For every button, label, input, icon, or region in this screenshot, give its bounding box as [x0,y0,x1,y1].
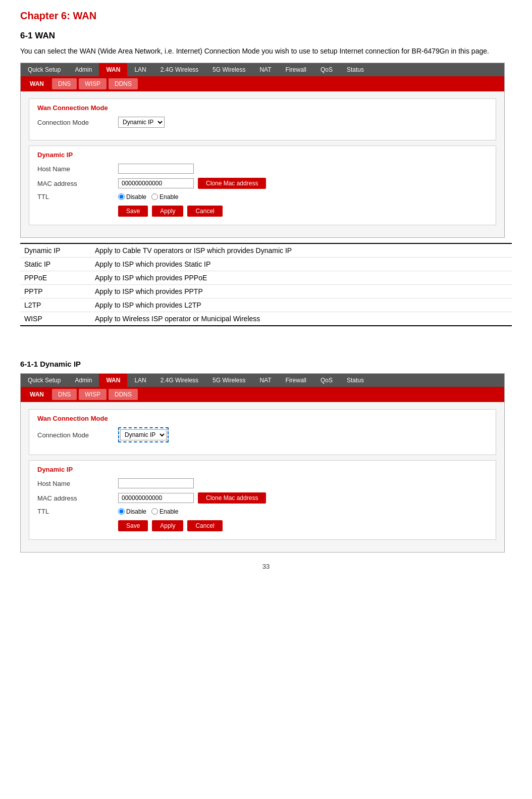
desc-table-row: Dynamic IPApply to Cable TV operators or… [20,243,512,258]
chapter-title: Chapter 6: WAN [20,10,512,22]
nav2-2g-wireless[interactable]: 2.4G Wireless [153,374,205,387]
subnav2-wisp[interactable]: WISP [79,389,107,400]
dynamic-ip-title: Dynamic IP [37,151,488,159]
connection-mode-row: Connection Mode Dynamic IP Static IP PPP… [37,117,488,128]
ttl-enable-label[interactable]: Enable [151,193,178,201]
host-name-label: Host Name [37,165,118,173]
nav-qos[interactable]: QoS [313,63,340,76]
desc-table-row: Static IPApply to ISP which provides Sta… [20,258,512,271]
mac-address-row-2: MAC address Clone Mac address [37,492,488,504]
nav-quick-setup[interactable]: Quick Setup [21,63,68,76]
nav-status[interactable]: Status [340,63,371,76]
clone-mac-button[interactable]: Clone Mac address [198,178,266,189]
nav2-quick-setup[interactable]: Quick Setup [21,374,68,387]
subnav-ddns[interactable]: DDNS [109,78,138,89]
subnav-wan[interactable]: WAN [24,78,50,89]
ttl-disable-label-2[interactable]: Disable [118,508,146,515]
connection-mode-control-2: Dynamic IP Static IP PPPoE PPTP L2TP WIS… [118,427,169,442]
nav2-lan[interactable]: LAN [127,374,153,387]
desc-type: Static IP [20,258,91,271]
subnav2-wan[interactable]: WAN [24,389,50,400]
nav-nat[interactable]: NAT [252,63,278,76]
subnav2-dns[interactable]: DNS [52,389,77,400]
cancel-button-1[interactable]: Cancel [187,206,222,217]
ttl-disable-label[interactable]: Disable [118,193,146,201]
wan-connection-mode-box: Wan Connection Mode Connection Mode Dyna… [29,98,496,140]
apply-button-1[interactable]: Apply [152,206,183,217]
subnav-wisp[interactable]: WISP [79,78,107,89]
clone-mac-button-2[interactable]: Clone Mac address [198,492,266,504]
section1-description: You can select the WAN (Wide Area Networ… [20,46,512,57]
ttl-enable-label-2[interactable]: Enable [151,508,178,515]
nav2-5g-wireless[interactable]: 5G Wireless [205,374,252,387]
ttl-label: TTL [37,193,118,201]
desc-type: PPTP [20,285,91,298]
save-button-1[interactable]: Save [118,206,148,217]
ttl-radio-group: Disable Enable [118,193,178,201]
nav-admin[interactable]: Admin [68,63,99,76]
section1-title: 6-1 WAN [20,31,512,41]
ttl-radio-group-2: Disable Enable [118,508,178,515]
button-row-2: Save Apply Cancel [37,520,488,531]
ttl-disable-radio-2[interactable] [118,508,125,515]
apply-button-2[interactable]: Apply [152,520,183,531]
connection-mode-select-2[interactable]: Dynamic IP Static IP PPPoE PPTP L2TP WIS… [120,429,167,440]
host-name-control [118,164,194,174]
sub-nav-2: WAN DNS WISP DDNS [21,387,504,402]
mac-address-input-2[interactable] [118,493,194,503]
sub-nav-1: WAN DNS WISP DDNS [21,76,504,91]
connection-mode-control: Dynamic IP Static IP PPPoE PPTP L2TP WIS… [118,117,165,128]
ttl-enable-text-2: Enable [159,508,178,515]
desc-table-row: PPPoEApply to ISP which provides PPPoE [20,271,512,285]
wan-connection-mode-box-2: Wan Connection Mode Connection Mode Dyna… [29,409,496,455]
nav-2g-wireless[interactable]: 2.4G Wireless [153,63,205,76]
host-name-row-2: Host Name [37,478,488,488]
ttl-control-2: Disable Enable [118,508,178,515]
wan-connection-mode-title-2: Wan Connection Mode [37,415,488,422]
ttl-enable-radio-2[interactable] [151,508,158,515]
subnav2-ddns[interactable]: DDNS [109,389,138,400]
ttl-row: TTL Disable Enable [37,193,488,201]
mac-address-control-2: Clone Mac address [118,492,266,504]
nav2-qos[interactable]: QoS [313,374,340,387]
desc-type: Dynamic IP [20,243,91,258]
ttl-enable-radio[interactable] [151,193,158,200]
dynamic-ip-box-2: Dynamic IP Host Name MAC address Clone M… [29,460,496,540]
nav2-nat[interactable]: NAT [252,374,278,387]
ttl-enable-text: Enable [159,193,178,201]
nav-lan[interactable]: LAN [127,63,153,76]
ttl-disable-radio[interactable] [118,193,125,200]
nav2-wan[interactable]: WAN [99,374,127,387]
ttl-disable-text: Disable [126,193,146,201]
mac-address-row: MAC address Clone Mac address [37,178,488,189]
host-name-input-2[interactable] [118,478,194,488]
nav-wan[interactable]: WAN [99,63,127,76]
desc-type: WISP [20,312,91,326]
page-number: 33 [20,563,512,570]
mac-address-label-2: MAC address [37,494,118,502]
nav2-admin[interactable]: Admin [68,374,99,387]
save-button-2[interactable]: Save [118,520,148,531]
dynamic-ip-box: Dynamic IP Host Name MAC address Clone M… [29,145,496,225]
host-name-input[interactable] [118,164,194,174]
mac-address-control: Clone Mac address [118,178,266,189]
host-name-label-2: Host Name [37,480,118,487]
nav-firewall[interactable]: Firewall [279,63,313,76]
ttl-disable-text-2: Disable [126,508,146,515]
connection-mode-select[interactable]: Dynamic IP Static IP PPPoE PPTP L2TP WIS… [118,117,165,128]
desc-type: L2TP [20,298,91,312]
subnav-dns[interactable]: DNS [52,78,77,89]
host-name-control-2 [118,478,194,488]
router-panel-2: Quick Setup Admin WAN LAN 2.4G Wireless … [20,373,505,553]
mac-address-input[interactable] [118,178,194,188]
panel-content-2: Wan Connection Mode Connection Mode Dyna… [21,402,504,552]
panel-content-1: Wan Connection Mode Connection Mode Dyna… [21,91,504,237]
connection-mode-label: Connection Mode [37,119,118,126]
desc-text: Apply to Cable TV operators or ISP which… [91,243,512,258]
nav-5g-wireless[interactable]: 5G Wireless [205,63,252,76]
desc-type: PPPoE [20,271,91,285]
cancel-button-2[interactable]: Cancel [187,520,222,531]
nav2-status[interactable]: Status [340,374,371,387]
nav2-firewall[interactable]: Firewall [279,374,313,387]
dashed-highlight: Dynamic IP Static IP PPPoE PPTP L2TP WIS… [118,427,169,442]
